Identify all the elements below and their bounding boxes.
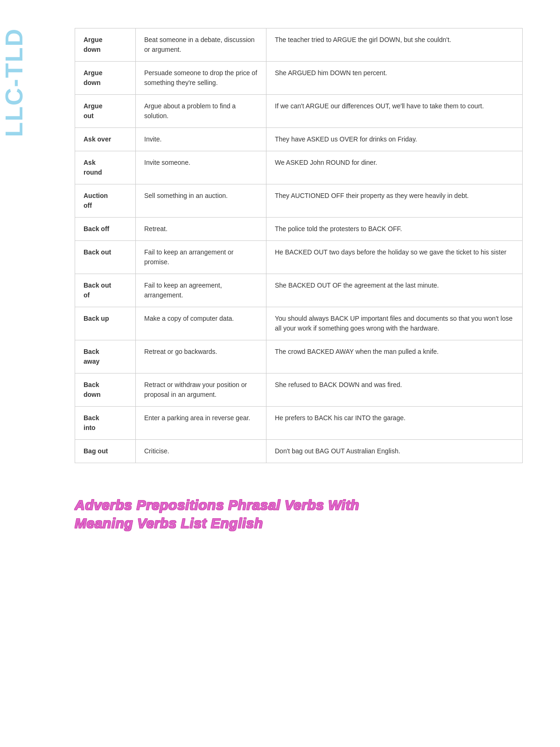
phrase-cell: Argue down xyxy=(75,62,136,95)
table-row: Back intoEnter a parking area in reverse… xyxy=(75,407,523,440)
phrase-cell: Argue out xyxy=(75,95,136,128)
example-cell: The police told the protesters to BACK O… xyxy=(266,218,523,241)
definition-cell: Invite someone. xyxy=(136,151,266,184)
example-cell: They AUCTIONED OFF their property as the… xyxy=(266,184,523,218)
table-row: Back outFail to keep an arrangement or p… xyxy=(75,241,523,274)
phrase-cell: Back out xyxy=(75,241,136,274)
main-content: Argue downBeat someone in a debate, disc… xyxy=(37,0,560,482)
table-row: Back out ofFail to keep an agreement, ar… xyxy=(75,274,523,307)
definition-cell: Retreat. xyxy=(136,218,266,241)
phrase-cell: Argue down xyxy=(75,28,136,62)
example-cell: If we can't ARGUE our differences OUT, w… xyxy=(266,95,523,128)
example-cell: You should always BACK UP important file… xyxy=(266,307,523,340)
table-row: Argue downBeat someone in a debate, disc… xyxy=(75,28,523,62)
phrase-cell: Back into xyxy=(75,407,136,440)
example-cell: She BACKED OUT OF the agreement at the l… xyxy=(266,274,523,307)
phrase-cell: Back out of xyxy=(75,274,136,307)
example-cell: The teacher tried to ARGUE the girl DOWN… xyxy=(266,28,523,62)
definition-cell: Sell something in an auction. xyxy=(136,184,266,218)
definition-cell: Fail to keep an arrangement or promise. xyxy=(136,241,266,274)
definition-cell: Enter a parking area in reverse gear. xyxy=(136,407,266,440)
table-row: Bag outCriticise.Don't bag out BAG OUT A… xyxy=(75,440,523,463)
phrase-cell: Back up xyxy=(75,307,136,340)
definition-cell: Criticise. xyxy=(136,440,266,463)
table-row: Back awayRetreat or go backwards.The cro… xyxy=(75,340,523,374)
phrase-cell: Bag out xyxy=(75,440,136,463)
definition-cell: Invite. xyxy=(136,128,266,151)
table-row: Back downRetract or withdraw your positi… xyxy=(75,374,523,407)
table-row: Back upMake a copy of computer data.You … xyxy=(75,307,523,340)
table-row: Ask roundInvite someone.We ASKED John RO… xyxy=(75,151,523,184)
table-row: Argue outArgue about a problem to find a… xyxy=(75,95,523,128)
example-cell: We ASKED John ROUND for diner. xyxy=(266,151,523,184)
definition-cell: Retreat or go backwards. xyxy=(136,340,266,374)
definition-cell: Make a copy of computer data. xyxy=(136,307,266,340)
table-row: Argue downPersuade someone to drop the p… xyxy=(75,62,523,95)
example-cell: He prefers to BACK his car INTO the gara… xyxy=(266,407,523,440)
footer-section: Adverbs Prepositions Phrasal Verbs With … xyxy=(37,482,560,551)
example-cell: She refused to BACK DOWN and was fired. xyxy=(266,374,523,407)
table-row: Auction offSell something in an auction.… xyxy=(75,184,523,218)
example-cell: She ARGUED him DOWN ten percent. xyxy=(266,62,523,95)
example-cell: The crowd BACKED AWAY when the man pulle… xyxy=(266,340,523,374)
phrase-cell: Ask over xyxy=(75,128,136,151)
table-row: Back offRetreat.The police told the prot… xyxy=(75,218,523,241)
watermark: LLC-TLD xyxy=(0,28,30,137)
example-cell: They have ASKED us OVER for drinks on Fr… xyxy=(266,128,523,151)
table-row: Ask overInvite.They have ASKED us OVER f… xyxy=(75,128,523,151)
definition-cell: Argue about a problem to find a solution… xyxy=(136,95,266,128)
definition-cell: Retract or withdraw your position or pro… xyxy=(136,374,266,407)
phrase-cell: Back off xyxy=(75,218,136,241)
definition-cell: Beat someone in a debate, discussion or … xyxy=(136,28,266,62)
definition-cell: Fail to keep an agreement, arrangement. xyxy=(136,274,266,307)
phrase-cell: Ask round xyxy=(75,151,136,184)
phrasal-verbs-table: Argue downBeat someone in a debate, disc… xyxy=(75,28,523,463)
phrase-cell: Auction off xyxy=(75,184,136,218)
phrase-cell: Back down xyxy=(75,374,136,407)
example-cell: He BACKED OUT two days before the holida… xyxy=(266,241,523,274)
footer-title: Adverbs Prepositions Phrasal Verbs With … xyxy=(75,496,523,532)
phrase-cell: Back away xyxy=(75,340,136,374)
example-cell: Don't bag out BAG OUT Australian English… xyxy=(266,440,523,463)
definition-cell: Persuade someone to drop the price of so… xyxy=(136,62,266,95)
